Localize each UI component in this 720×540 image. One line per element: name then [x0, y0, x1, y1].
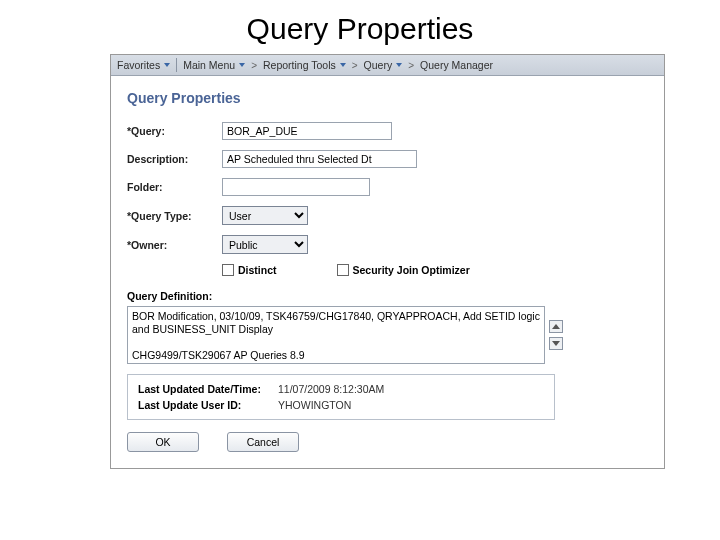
description-input[interactable] [222, 150, 417, 168]
checkbox-icon [222, 264, 234, 276]
breadcrumb-favorites[interactable]: Favorites [117, 59, 170, 71]
breadcrumb-label: Favorites [117, 59, 160, 71]
breadcrumb-query-manager[interactable]: Query Manager [420, 59, 493, 71]
page-title: Query Properties [127, 90, 648, 106]
chevron-down-icon [396, 63, 402, 67]
row-folder: Folder: [127, 178, 648, 196]
metadata-box: Last Updated Date/Time: 11/07/2009 8:12:… [127, 374, 555, 420]
checkbox-row: Distinct Security Join Optimizer [222, 264, 648, 276]
breadcrumb-label: Query Manager [420, 59, 493, 71]
chevron-down-icon [340, 63, 346, 67]
scroll-up-button[interactable] [549, 320, 563, 333]
query-definition-textarea[interactable] [127, 306, 545, 364]
row-query-type: *Query Type: User [127, 206, 648, 225]
label-folder: Folder: [127, 181, 222, 193]
folder-input[interactable] [222, 178, 370, 196]
security-join-checkbox-wrap[interactable]: Security Join Optimizer [337, 264, 470, 276]
content-area: Query Properties *Query: Description: Fo… [111, 76, 664, 468]
meta-row-updated-user: Last Update User ID: YHOWINGTON [138, 399, 544, 411]
button-row: OK Cancel [127, 432, 648, 452]
meta-row-updated-dt: Last Updated Date/Time: 11/07/2009 8:12:… [138, 383, 544, 395]
breadcrumb-reporting-tools[interactable]: Reporting Tools [263, 59, 346, 71]
query-type-select[interactable]: User [222, 206, 308, 225]
chevron-down-icon [164, 63, 170, 67]
meta-value-updated-dt: 11/07/2009 8:12:30AM [278, 383, 384, 395]
label-query-type: *Query Type: [127, 210, 222, 222]
query-input[interactable] [222, 122, 392, 140]
chevron-down-icon [239, 63, 245, 67]
row-owner: *Owner: Public [127, 235, 648, 254]
chevron-up-icon [552, 324, 560, 329]
definition-wrap [127, 306, 648, 364]
label-description: Description: [127, 153, 222, 165]
label-query: *Query: [127, 125, 222, 137]
meta-label-updated-dt: Last Updated Date/Time: [138, 383, 278, 395]
breadcrumb-label: Query [364, 59, 393, 71]
security-join-label: Security Join Optimizer [353, 264, 470, 276]
chevron-down-icon [552, 341, 560, 346]
checkbox-icon [337, 264, 349, 276]
meta-value-updated-user: YHOWINGTON [278, 399, 351, 411]
label-query-definition: Query Definition: [127, 290, 648, 302]
ok-button[interactable]: OK [127, 432, 199, 452]
breadcrumb-query[interactable]: Query [364, 59, 403, 71]
breadcrumb-separator: > [408, 60, 414, 71]
textarea-spinner [549, 306, 563, 364]
breadcrumb-divider [176, 58, 177, 72]
app-window: Favorites Main Menu > Reporting Tools > … [110, 54, 665, 469]
breadcrumb: Favorites Main Menu > Reporting Tools > … [111, 55, 664, 76]
label-owner: *Owner: [127, 239, 222, 251]
cancel-button[interactable]: Cancel [227, 432, 299, 452]
breadcrumb-separator: > [251, 60, 257, 71]
distinct-checkbox-wrap[interactable]: Distinct [222, 264, 277, 276]
meta-label-updated-user: Last Update User ID: [138, 399, 278, 411]
breadcrumb-separator: > [352, 60, 358, 71]
row-query: *Query: [127, 122, 648, 140]
scroll-down-button[interactable] [549, 337, 563, 350]
slide-title: Query Properties [0, 0, 720, 54]
breadcrumb-label: Main Menu [183, 59, 235, 71]
breadcrumb-main-menu[interactable]: Main Menu [183, 59, 245, 71]
row-description: Description: [127, 150, 648, 168]
owner-select[interactable]: Public [222, 235, 308, 254]
distinct-label: Distinct [238, 264, 277, 276]
breadcrumb-label: Reporting Tools [263, 59, 336, 71]
